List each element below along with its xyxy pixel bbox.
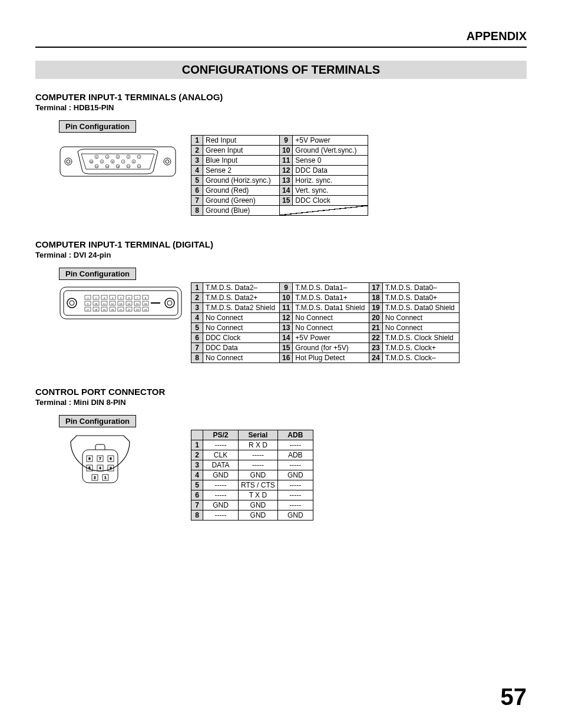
svg-text:8: 8: [88, 457, 91, 460]
svg-text:4: 4: [112, 297, 114, 299]
section1-title: COMPUTER INPUT-1 TERMINALS (ANALOG): [35, 92, 527, 102]
page-number: 57: [501, 684, 527, 710]
svg-point-38: [70, 301, 74, 305]
hdb15-pin-table: 1Red Input9+5V Power2Green Input10Ground…: [191, 135, 368, 216]
svg-text:23: 23: [136, 308, 139, 311]
horizontal-rule: [35, 47, 527, 48]
svg-text:10: 10: [95, 302, 98, 305]
svg-text:14: 14: [106, 165, 109, 168]
svg-point-4: [166, 160, 169, 163]
svg-text:11: 11: [138, 165, 141, 168]
svg-text:1: 1: [87, 297, 89, 299]
section1-sub: Terminal : HDB15-PIN: [35, 103, 527, 112]
svg-text:24: 24: [144, 308, 147, 311]
svg-text:6: 6: [128, 297, 130, 299]
svg-point-39: [165, 298, 174, 308]
svg-text:14: 14: [128, 302, 131, 305]
svg-text:12: 12: [127, 165, 130, 168]
mini-din-diagram: 8 7 6 5 4 3 2 1: [35, 430, 171, 506]
svg-text:1: 1: [104, 476, 107, 479]
hdb15-diagram: 54321 109876 1514131211: [35, 135, 171, 188]
svg-point-3: [164, 158, 171, 165]
svg-text:15: 15: [95, 165, 98, 168]
svg-text:3: 3: [104, 297, 105, 299]
control-port-table: PS/2SerialADB1-----R X D-----2CLK-----AD…: [191, 430, 313, 521]
svg-text:5: 5: [96, 156, 98, 159]
svg-point-2: [67, 160, 70, 163]
banner-title: CONFIGURATIONS OF TERMINALS: [35, 61, 527, 79]
svg-text:9: 9: [101, 160, 103, 163]
svg-text:5: 5: [120, 297, 122, 299]
svg-text:1: 1: [138, 156, 140, 159]
svg-text:16: 16: [144, 302, 147, 305]
section3-sub: Terminal : Mini DIN 8-PIN: [35, 398, 527, 407]
svg-text:22: 22: [128, 308, 131, 311]
svg-text:7: 7: [99, 457, 101, 460]
svg-text:6: 6: [110, 457, 112, 460]
svg-text:8: 8: [112, 160, 114, 163]
svg-text:20: 20: [111, 308, 114, 311]
svg-text:7: 7: [123, 160, 124, 163]
svg-text:8: 8: [145, 297, 147, 299]
svg-text:13: 13: [120, 302, 123, 305]
page-header: APPENDIX: [35, 29, 527, 47]
svg-rect-0: [60, 147, 176, 176]
svg-text:11: 11: [103, 302, 106, 305]
svg-text:3: 3: [110, 466, 112, 470]
svg-text:17: 17: [87, 308, 90, 311]
svg-text:2: 2: [94, 476, 96, 479]
svg-text:2: 2: [95, 297, 97, 299]
dvi-pin-table: 1T.M.D.S. Data2–9T.M.D.S. Data1–17T.M.D.…: [191, 282, 459, 363]
dvi-diagram: 123456789101112131415161718192021222324: [35, 282, 171, 324]
svg-text:19: 19: [103, 308, 106, 311]
svg-point-40: [167, 301, 172, 305]
svg-text:12: 12: [111, 302, 114, 305]
svg-text:3: 3: [117, 156, 119, 159]
svg-text:13: 13: [117, 165, 120, 168]
svg-text:6: 6: [133, 160, 135, 163]
svg-text:15: 15: [136, 302, 139, 305]
svg-point-1: [65, 158, 72, 165]
svg-text:18: 18: [95, 308, 98, 311]
svg-text:9: 9: [87, 302, 89, 305]
svg-text:4: 4: [107, 156, 108, 159]
svg-text:21: 21: [120, 308, 123, 311]
svg-point-37: [67, 298, 77, 308]
section3-title: CONTROL PORT CONNECTOR: [35, 387, 527, 397]
svg-text:10: 10: [90, 160, 93, 163]
section2-title: COMPUTER INPUT-1 TERMINAL (DIGITAL): [35, 239, 527, 249]
section2-sub: Terminal : DVI 24-pin: [35, 251, 527, 259]
pin-config-label: Pin Configuration: [59, 415, 136, 427]
pin-config-label: Pin Configuration: [59, 268, 136, 280]
svg-text:7: 7: [137, 297, 138, 299]
svg-text:2: 2: [128, 156, 130, 159]
pin-config-label: Pin Configuration: [59, 120, 136, 133]
svg-text:4: 4: [99, 466, 101, 470]
